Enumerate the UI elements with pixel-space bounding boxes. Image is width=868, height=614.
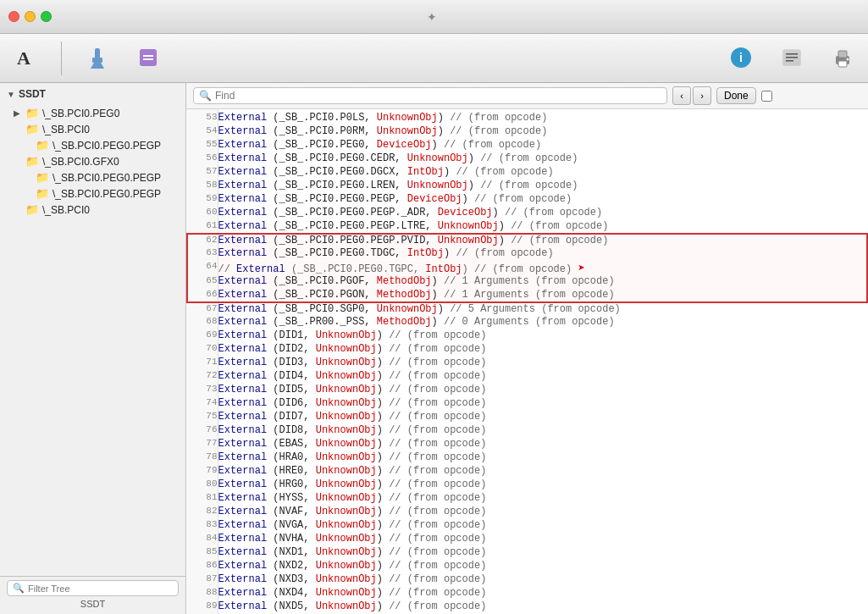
line-number: 64 bbox=[187, 261, 218, 275]
close-button[interactable] bbox=[8, 11, 19, 22]
tree-item-gfx0[interactable]: 📁 \_SB.PCI0.GFX0 bbox=[0, 153, 185, 169]
tree-item-pegp3[interactable]: 📁 \_SB.PCI0.PEG0.PEGP bbox=[0, 185, 185, 202]
find-prev-button[interactable]: ‹ bbox=[672, 86, 691, 105]
sidebar-collapse-arrow[interactable]: ▼ bbox=[7, 90, 15, 99]
find-done-button[interactable]: Done bbox=[716, 87, 756, 104]
compile-button[interactable] bbox=[79, 44, 116, 73]
line-number: 63 bbox=[187, 247, 218, 261]
sidebar-footer: 🔍 SSDT bbox=[0, 576, 185, 614]
table-row: 62 External (_SB_.PCI0.PEG0.PEGP.PVID, U… bbox=[187, 234, 867, 247]
line-number: 71 bbox=[187, 357, 218, 370]
table-row: 69 External (DID1, UnknownObj) // (from … bbox=[187, 329, 867, 343]
log-button[interactable] bbox=[773, 44, 810, 73]
sidebar-filter-wrap[interactable]: 🔍 bbox=[7, 580, 179, 596]
line-code[interactable]: External (HYSS, UnknownObj) // (from opc… bbox=[218, 492, 867, 506]
line-code[interactable]: External (NXD4, UnknownObj) // (from opc… bbox=[218, 587, 867, 600]
table-row: 61 External (_SB_.PCI0.PEG0.PEGP.LTRE, U… bbox=[187, 220, 867, 234]
line-number: 59 bbox=[187, 193, 218, 207]
line-number: 56 bbox=[187, 152, 218, 166]
line-code[interactable]: External (NXD2, UnknownObj) // (from opc… bbox=[218, 560, 867, 573]
line-code[interactable]: External (DID3, UnknownObj) // (from opc… bbox=[218, 357, 867, 370]
line-code[interactable]: External (DID6, UnknownObj) // (from opc… bbox=[218, 397, 867, 411]
tree-item-pci0[interactable]: 📁 \_SB.PCI0 bbox=[0, 121, 185, 137]
line-code[interactable]: External (_SB_.PCI0.PEG0.DGCX, IntObj) /… bbox=[218, 166, 867, 180]
line-code[interactable]: External (HRG0, UnknownObj) // (from opc… bbox=[218, 478, 867, 492]
line-code[interactable]: External (_SB_.PCI0.PEG0.LREN, UnknownOb… bbox=[218, 180, 867, 193]
table-row: 68 External (_SB_.PR00._PSS, MethodObj) … bbox=[187, 316, 867, 329]
line-code[interactable]: External (NXD5, UnknownObj) // (from opc… bbox=[218, 600, 867, 614]
table-row: 73 External (DID5, UnknownObj) // (from … bbox=[187, 384, 867, 397]
minimize-button[interactable] bbox=[25, 11, 36, 22]
line-code[interactable]: External (_SB_.PCI0.PEG0, DeviceObj) // … bbox=[218, 139, 867, 152]
line-code[interactable]: External (_SB_.PCI0.PEG0.PEGP.PVID, Unkn… bbox=[218, 234, 867, 247]
line-code[interactable]: External (DID1, UnknownObj) // (from opc… bbox=[218, 329, 867, 343]
line-code[interactable]: External (NVHA, UnknownObj) // (from opc… bbox=[218, 533, 867, 546]
line-code[interactable]: External (DID7, UnknownObj) // (from opc… bbox=[218, 411, 867, 424]
line-code[interactable]: // External (_SB_.PCI0.PEG0.TGPC, IntObj… bbox=[218, 261, 867, 275]
table-row: 53 External (_SB_.PCI0.P0LS, UnknownObj)… bbox=[187, 112, 867, 125]
table-row: 70 External (DID2, UnknownObj) // (from … bbox=[187, 343, 867, 357]
line-code[interactable]: External (_SB_.PCI0.PEG0.TDGC, IntObj) /… bbox=[218, 247, 867, 261]
summary-button[interactable]: i bbox=[722, 44, 760, 73]
line-number: 80 bbox=[187, 478, 218, 492]
sidebar-header: ▼ SSDT bbox=[0, 83, 185, 103]
line-code[interactable]: External (_SB_.PCI0.PEG0.PEGP._ADR, Devi… bbox=[218, 207, 867, 220]
line-code[interactable]: External (HRE0, UnknownObj) // (from opc… bbox=[218, 465, 867, 478]
line-code[interactable]: External (NVGA, UnknownObj) // (from opc… bbox=[218, 519, 867, 533]
line-number: 76 bbox=[187, 424, 218, 438]
print-icon bbox=[829, 44, 856, 71]
line-code[interactable]: External (_SB_.PCI0.SGP0, UnknownObj) //… bbox=[218, 302, 867, 316]
tree-item-peg0[interactable]: ▶ 📁 \_SB.PCI0.PEG0 bbox=[0, 105, 185, 121]
line-code[interactable]: External (_SB_.PCI0.PEG0.PEGP.LTRE, Unkn… bbox=[218, 220, 867, 234]
table-row: 76 External (DID8, UnknownObj) // (from … bbox=[187, 424, 867, 438]
sidebar-bottom-label: SSDT bbox=[7, 596, 179, 611]
line-code[interactable]: External (HRA0, UnknownObj) // (from opc… bbox=[218, 451, 867, 465]
table-row: 59 External (_SB_.PCI0.PEG0.PEGP, Device… bbox=[187, 193, 867, 207]
line-number: 62 bbox=[187, 234, 218, 247]
tree-label: \_SB.PCI0 bbox=[42, 124, 90, 136]
find-nav: ‹ › bbox=[672, 86, 711, 105]
line-code[interactable]: External (_SB_.PR00._PSS, MethodObj) // … bbox=[218, 316, 867, 329]
replace-checkbox[interactable] bbox=[761, 91, 772, 102]
line-code[interactable]: External (_SB_.PCI0.P0RM, UnknownObj) //… bbox=[218, 125, 867, 139]
line-code[interactable]: External (DID5, UnknownObj) // (from opc… bbox=[218, 384, 867, 397]
line-code[interactable]: External (DID4, UnknownObj) // (from opc… bbox=[218, 370, 867, 384]
maximize-button[interactable] bbox=[41, 11, 52, 22]
folder-icon: 📁 bbox=[36, 187, 49, 200]
code-scroll[interactable]: 44 External (_SB_.GTE0, MethodObj) // 1 … bbox=[186, 109, 868, 614]
find-input-wrap[interactable]: 🔍 bbox=[193, 87, 667, 104]
table-row: 55 External (_SB_.PCI0.PEG0, DeviceObj) … bbox=[187, 139, 867, 152]
tree-item-pci02[interactable]: 📁 \_SB.PCI0 bbox=[0, 202, 185, 218]
line-number: 68 bbox=[187, 316, 218, 329]
line-code[interactable]: External (DID2, UnknownObj) // (from opc… bbox=[218, 343, 867, 357]
line-code[interactable]: External (NVAF, UnknownObj) // (from opc… bbox=[218, 506, 867, 519]
line-number: 70 bbox=[187, 343, 218, 357]
line-code[interactable]: External (DID8, UnknownObj) // (from opc… bbox=[218, 424, 867, 438]
svg-rect-5 bbox=[143, 55, 153, 57]
find-input[interactable] bbox=[215, 90, 661, 102]
svg-rect-6 bbox=[143, 58, 153, 60]
line-code[interactable]: External (NXD1, UnknownObj) // (from opc… bbox=[218, 546, 867, 560]
line-code[interactable]: External (_SB_.PCI0.PGOF, MethodObj) // … bbox=[218, 275, 867, 289]
table-row: 66 External (_SB_.PCI0.PGON, MethodObj) … bbox=[187, 289, 867, 302]
line-code[interactable]: External (_SB_.PCI0.PEG0.CEDR, UnknownOb… bbox=[218, 152, 867, 166]
sidebar-filter-input[interactable] bbox=[28, 584, 173, 594]
line-number: 79 bbox=[187, 465, 218, 478]
table-row: 81 External (HYSS, UnknownObj) // (from … bbox=[187, 492, 867, 506]
tree-item-pegp1[interactable]: 📁 \_SB.PCI0.PEG0.PEGP bbox=[0, 137, 185, 153]
line-code[interactable]: External (EBAS, UnknownObj) // (from opc… bbox=[218, 438, 867, 451]
table-row: 60 External (_SB_.PCI0.PEG0.PEGP._ADR, D… bbox=[187, 207, 867, 220]
sidebar-tree[interactable]: ▶ 📁 \_SB.PCI0.PEG0 📁 \_SB.PCI0 📁 \_SB.PC… bbox=[0, 103, 185, 576]
line-number: 81 bbox=[187, 492, 218, 506]
search-icon: 🔍 bbox=[199, 90, 212, 102]
print-button[interactable] bbox=[824, 44, 861, 73]
line-code[interactable]: External (NXD3, UnknownObj) // (from opc… bbox=[218, 573, 867, 587]
line-code[interactable]: External (_SB_.PCI0.PGON, MethodObj) // … bbox=[218, 289, 867, 302]
line-code[interactable]: External (_SB_.PCI0.P0LS, UnknownObj) //… bbox=[218, 112, 867, 125]
window-title: ✦ bbox=[427, 10, 442, 24]
tree-item-pegp2[interactable]: 📁 \_SB.PCI0.PEG0.PEGP bbox=[0, 169, 185, 185]
find-next-button[interactable]: › bbox=[693, 86, 711, 105]
line-code[interactable]: External (_SB_.PCI0.PEG0.PEGP, DeviceObj… bbox=[218, 193, 867, 207]
patch-button[interactable] bbox=[130, 44, 167, 73]
fonts-button[interactable]: A bbox=[7, 44, 44, 73]
